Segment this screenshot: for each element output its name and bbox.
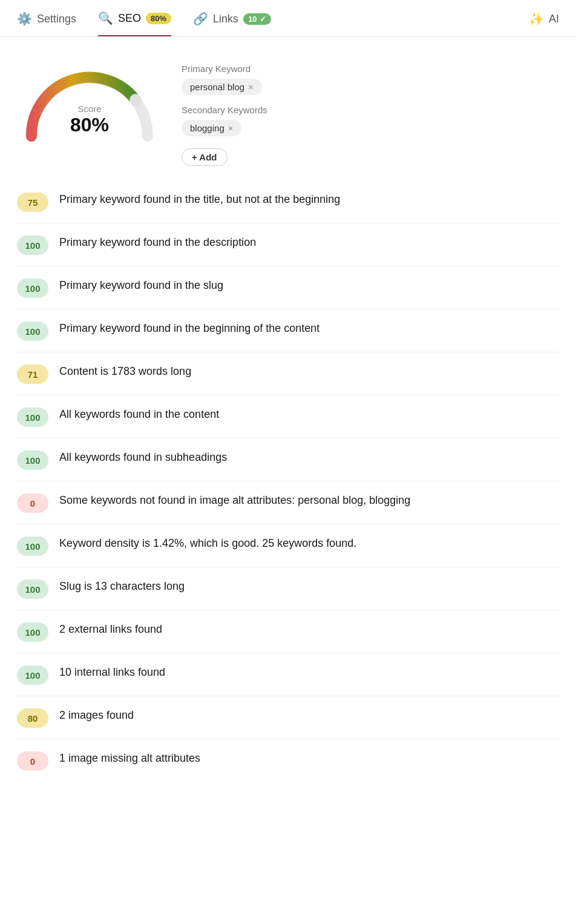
gauge-container: Score 80% — [17, 59, 162, 144]
primary-keyword-label: Primary Keyword — [182, 64, 559, 74]
seo-score-badge: 80% — [146, 13, 171, 24]
check-item: 100All keywords found in the content — [17, 395, 559, 438]
check-text-8: Keyword density is 1.42%, which is good.… — [59, 535, 356, 552]
check-text-7: Some keywords not found in image alt att… — [59, 492, 410, 509]
nav-seo[interactable]: 🔍 SEO 80% — [98, 11, 171, 36]
score-badge-0: 75 — [17, 193, 48, 212]
score-badge-1: 100 — [17, 236, 48, 255]
nav-settings[interactable]: ⚙️ Settings — [17, 12, 76, 36]
score-value: 80% — [70, 114, 109, 136]
check-item: 100All keywords found in subheadings — [17, 438, 559, 481]
seo-icon: 🔍 — [98, 11, 113, 25]
score-badge-9: 100 — [17, 579, 48, 599]
gauge-label: Score 80% — [70, 104, 109, 136]
check-text-9: Slug is 13 characters long — [59, 578, 185, 595]
nav-ai[interactable]: ✨ AI — [529, 12, 559, 36]
score-section: Score 80% Primary Keyword personal blog … — [0, 37, 576, 180]
score-badge-7: 0 — [17, 493, 48, 513]
nav-links-label: Links — [213, 13, 238, 25]
score-badge-11: 100 — [17, 665, 48, 685]
primary-keyword-tag: personal blog × — [182, 79, 262, 95]
nav-seo-label: SEO — [118, 12, 141, 25]
check-item: 75Primary keyword found in the title, bu… — [17, 180, 559, 223]
nav-ai-label: AI — [549, 13, 559, 25]
check-item: 100Primary keyword found in the beginnin… — [17, 309, 559, 352]
check-text-5: All keywords found in the content — [59, 406, 219, 423]
score-badge-10: 100 — [17, 622, 48, 642]
score-text-label: Score — [70, 104, 109, 114]
score-badge-12: 80 — [17, 708, 48, 728]
score-badge-3: 100 — [17, 322, 48, 341]
nav-links[interactable]: 🔗 Links 10 ✓ — [193, 12, 271, 36]
check-item: 1002 external links found — [17, 610, 559, 653]
svg-point-0 — [129, 94, 142, 106]
score-badge-5: 100 — [17, 408, 48, 427]
links-icon: 🔗 — [193, 12, 208, 26]
main-nav: ⚙️ Settings 🔍 SEO 80% 🔗 Links 10 ✓ ✨ AI — [0, 0, 576, 37]
check-item: 100Primary keyword found in the slug — [17, 266, 559, 309]
secondary-keywords-label: Secondary Keywords — [182, 105, 559, 115]
check-text-3: Primary keyword found in the beginning o… — [59, 320, 319, 337]
settings-icon: ⚙️ — [17, 12, 32, 26]
score-badge-6: 100 — [17, 450, 48, 470]
links-count-badge: 10 ✓ — [243, 13, 270, 25]
nav-settings-label: Settings — [37, 13, 76, 25]
primary-keyword-row: personal blog × — [182, 79, 559, 95]
check-item: 71Content is 1783 words long — [17, 352, 559, 395]
check-text-1: Primary keyword found in the description — [59, 234, 256, 251]
remove-primary-keyword[interactable]: × — [248, 82, 254, 92]
score-badge-2: 100 — [17, 279, 48, 298]
check-item: 01 image missing alt attributes — [17, 739, 559, 782]
check-item: 802 images found — [17, 696, 559, 739]
ai-icon: ✨ — [529, 12, 544, 26]
check-text-0: Primary keyword found in the title, but … — [59, 191, 340, 208]
score-badge-13: 0 — [17, 751, 48, 771]
check-text-6: All keywords found in subheadings — [59, 449, 227, 466]
check-text-13: 1 image missing alt attributes — [59, 750, 200, 767]
check-item: 100Slug is 13 characters long — [17, 567, 559, 610]
check-text-4: Content is 1783 words long — [59, 363, 191, 380]
check-text-12: 2 images found — [59, 707, 134, 724]
secondary-keyword-row: blogging × — [182, 120, 559, 136]
keywords-panel: Primary Keyword personal blog × Secondar… — [182, 59, 559, 166]
check-item: 0Some keywords not found in image alt at… — [17, 481, 559, 524]
check-item: 100Keyword density is 1.42%, which is go… — [17, 524, 559, 567]
check-text-11: 10 internal links found — [59, 664, 165, 681]
check-item: 10010 internal links found — [17, 653, 559, 696]
check-text-10: 2 external links found — [59, 621, 162, 638]
score-badge-4: 71 — [17, 365, 48, 384]
remove-secondary-keyword[interactable]: × — [228, 123, 234, 133]
score-badge-8: 100 — [17, 536, 48, 556]
add-keyword-button[interactable]: + Add — [182, 148, 227, 166]
secondary-keyword-tag: blogging × — [182, 120, 241, 136]
checklist: 75Primary keyword found in the title, bu… — [0, 180, 576, 806]
check-item: 100Primary keyword found in the descript… — [17, 223, 559, 266]
check-text-2: Primary keyword found in the slug — [59, 277, 223, 294]
